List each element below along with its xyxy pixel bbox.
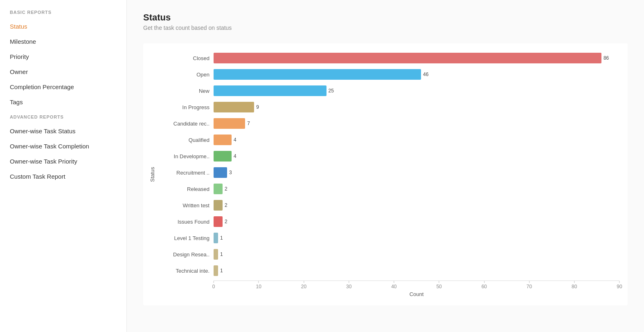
- bar-track: 4: [214, 135, 619, 145]
- bar-track: 1: [214, 265, 619, 276]
- bar-label: Qualified: [160, 137, 214, 143]
- bar-track: 2: [214, 200, 619, 211]
- sidebar-item-custom[interactable]: Custom Task Report: [0, 169, 126, 184]
- x-tick-line: [304, 281, 304, 283]
- bar-row: Written test2: [160, 199, 619, 212]
- sidebar-item-status[interactable]: Status: [0, 19, 126, 34]
- bar-track: 25: [214, 85, 619, 96]
- bar-row: New25: [160, 84, 619, 97]
- x-axis-title: Count: [160, 291, 619, 297]
- bar-row: In Progress9: [160, 101, 619, 114]
- x-tick-line: [529, 281, 529, 283]
- bar-value: 2: [225, 186, 227, 192]
- sidebar-item-milestone[interactable]: Milestone: [0, 34, 126, 49]
- bar-value: 7: [247, 121, 250, 126]
- x-tick-label: 30: [346, 284, 351, 289]
- bar-value: 1: [220, 251, 223, 257]
- x-tick-line: [259, 281, 259, 283]
- bar-track: 1: [214, 249, 619, 260]
- bar-fill: [214, 200, 223, 211]
- bar-label: Technical inte.: [160, 268, 214, 274]
- bar-fill: [214, 167, 227, 178]
- bar-track: 7: [214, 118, 619, 129]
- bar-label: Level 1 Testing: [160, 235, 214, 241]
- bar-row: In Developme..4: [160, 150, 619, 163]
- bar-track: 9: [214, 102, 619, 112]
- sidebar-item-tags[interactable]: Tags: [0, 94, 126, 110]
- sidebar-item-owner-priority[interactable]: Owner-wise Task Priority: [0, 154, 126, 169]
- bar-row: Issues Found2: [160, 215, 619, 228]
- y-axis-label: Status: [147, 52, 157, 297]
- x-tick-line: [484, 281, 484, 283]
- bar-value: 2: [225, 202, 227, 208]
- x-axis: 0102030405060708090: [160, 280, 619, 289]
- x-tick: 30: [346, 281, 351, 289]
- x-tick: 50: [436, 281, 441, 289]
- bar-value: 1: [220, 235, 223, 241]
- bar-track: 3: [214, 167, 619, 178]
- bars-area: Closed86Open46New25In Progress9Candidate…: [160, 52, 619, 277]
- bar-track: 86: [214, 53, 619, 63]
- sidebar: BASIC REPORTS Status Milestone Priority …: [0, 0, 127, 332]
- x-tick: 70: [527, 281, 532, 289]
- bar-label: Written test: [160, 202, 214, 209]
- x-tick: 20: [301, 281, 306, 289]
- bar-value: 86: [603, 55, 609, 61]
- bar-label: In Progress: [160, 104, 214, 110]
- bar-fill: [214, 184, 223, 194]
- x-tick-line: [619, 281, 619, 283]
- x-tick-label: 20: [301, 284, 306, 289]
- bar-label: Open: [160, 72, 214, 78]
- bar-row: Open46: [160, 68, 619, 81]
- bar-label: Candidate rec..: [160, 121, 214, 127]
- bar-label: Closed: [160, 55, 214, 61]
- bar-row: Qualified4: [160, 133, 619, 146]
- sidebar-item-priority[interactable]: Priority: [0, 49, 126, 64]
- bar-label: Recruitment ..: [160, 170, 214, 176]
- bar-fill: [214, 233, 218, 243]
- bar-row: Candidate rec..7: [160, 117, 619, 130]
- bar-row: Closed86: [160, 52, 619, 65]
- bar-value: 25: [329, 88, 334, 94]
- basic-reports-label: BASIC REPORTS: [0, 10, 126, 19]
- bar-fill: [214, 151, 232, 162]
- x-tick-line: [394, 281, 394, 283]
- bar-fill: [214, 216, 223, 227]
- bar-row: Technical inte.1: [160, 264, 619, 277]
- bar-label: Design Resea..: [160, 251, 214, 258]
- x-tick-label: 60: [482, 284, 487, 289]
- bar-value: 1: [220, 268, 223, 274]
- x-tick-label: 40: [391, 284, 396, 289]
- bar-fill: [214, 53, 601, 63]
- sidebar-item-owner[interactable]: Owner: [0, 64, 126, 79]
- x-axis-ticks: 0102030405060708090: [214, 280, 619, 289]
- sidebar-item-completion[interactable]: Completion Percentage: [0, 79, 126, 94]
- bar-label: Issues Found: [160, 219, 214, 225]
- page-title: Status: [143, 12, 628, 23]
- sidebar-item-owner-status[interactable]: Owner-wise Task Status: [0, 123, 126, 139]
- bar-row: Level 1 Testing1: [160, 231, 619, 245]
- x-tick-label: 10: [256, 284, 261, 289]
- bar-value: 3: [229, 170, 232, 175]
- bar-row: Recruitment ..3: [160, 166, 619, 179]
- chart-body: Closed86Open46New25In Progress9Candidate…: [160, 52, 619, 297]
- bar-track: 4: [214, 151, 619, 162]
- x-tick: 90: [617, 281, 622, 289]
- x-tick-label: 70: [527, 284, 532, 289]
- bar-track: 46: [214, 69, 619, 80]
- bar-row: Design Resea..1: [160, 248, 619, 261]
- bar-fill: [214, 102, 254, 112]
- bar-value: 4: [234, 153, 236, 159]
- x-tick-line: [574, 281, 574, 283]
- bar-fill: [214, 118, 245, 129]
- bar-track: 1: [214, 233, 619, 243]
- sidebar-item-owner-completion[interactable]: Owner-wise Task Completion: [0, 139, 126, 154]
- x-tick-label: 50: [436, 284, 441, 289]
- x-tick: 80: [572, 281, 577, 289]
- x-tick: 60: [482, 281, 487, 289]
- x-tick: 10: [256, 281, 261, 289]
- bar-label: Released: [160, 186, 214, 192]
- bar-value: 9: [256, 104, 259, 110]
- x-tick-line: [214, 281, 214, 283]
- bar-value: 4: [234, 137, 236, 143]
